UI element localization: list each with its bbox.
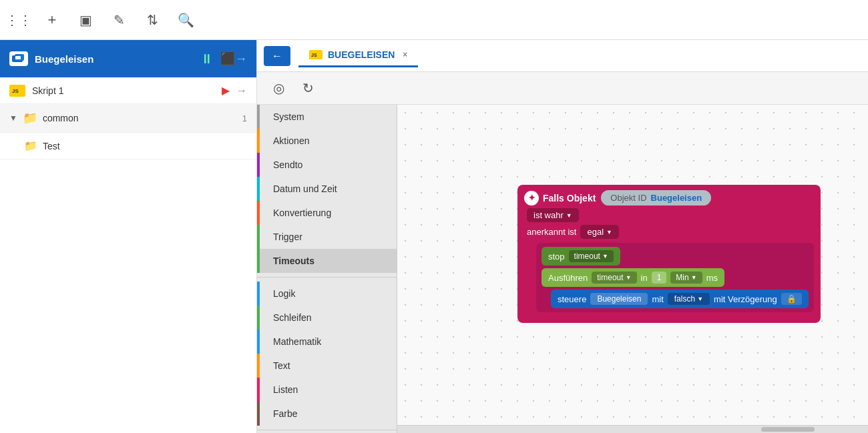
chevron-down-icon: ▼: [9, 113, 17, 123]
ausfuehren-chevron: ▼: [626, 274, 632, 281]
canvas-toolbar: ◎ ↻: [257, 72, 868, 105]
top-toolbar: ⋮⋮ + ▣ ✎ ⇅ 🔍: [0, 0, 868, 40]
refresh-button[interactable]: ↻: [297, 77, 318, 99]
menu-item-mathematik[interactable]: Mathematik: [257, 330, 397, 354]
steuere-block[interactable]: steuere Buegeleisen mit falsch ▼ mit Ver…: [551, 290, 809, 308]
stop-row: stop timeout ▼: [541, 247, 809, 266]
device-header: Buegeleisen ⏸ ⬛→: [0, 40, 256, 77]
menu-item-text[interactable]: Text: [257, 354, 397, 378]
script-item[interactable]: JS Skript 1 ▶ →: [0, 77, 256, 104]
subfolder-item[interactable]: 📁 Test: [0, 133, 256, 159]
sidebar: Buegeleisen ⏸ ⬛→ JS Skript 1 ▶ → ▼ 📁 com…: [0, 40, 257, 433]
ist-wahr-dropdown[interactable]: ist wahr ▼: [527, 208, 579, 222]
script-name: Skript 1: [32, 85, 215, 96]
sort-icon[interactable]: ⇅: [142, 9, 163, 31]
stop-chevron: ▼: [602, 253, 608, 260]
scrollbar-thumb[interactable]: [761, 427, 815, 432]
anerkannt-ist-label: anerkannt ist: [527, 227, 576, 237]
search-icon[interactable]: 🔍: [175, 9, 196, 31]
ausfuehren-block[interactable]: Ausführen timeout ▼ in 1 Min: [541, 268, 724, 287]
file-icon[interactable]: ▣: [75, 9, 96, 31]
verzoegerung-value[interactable]: 🔒: [781, 293, 802, 305]
back-button[interactable]: ←: [264, 46, 290, 66]
svg-text:JS: JS: [311, 53, 317, 57]
export-device-button[interactable]: ⬛→: [220, 51, 247, 67]
menu-item-konvertierung[interactable]: Konvertierung: [257, 201, 397, 225]
menu-item-listen[interactable]: Listen: [257, 378, 397, 402]
ausfuehren-timeout-label: timeout: [597, 273, 623, 282]
block-category-menu: System Aktionen Sendto Datum und Zeit Ko…: [257, 105, 397, 433]
stop-block[interactable]: stop timeout ▼: [541, 247, 620, 266]
canvas-horizontal-scrollbar[interactable]: [397, 425, 868, 433]
script-export-button[interactable]: →: [236, 85, 247, 97]
falls-icon: ✦: [524, 191, 539, 205]
egal-chevron: ▼: [606, 229, 612, 236]
falls-label: Falls Objekt: [543, 193, 596, 203]
ausfuehren-row: Ausführen timeout ▼ in 1 Min: [541, 268, 809, 287]
folder-name: common: [43, 113, 237, 123]
scenario-block: ✦ Falls Objekt Objekt ID Buegeleisen: [517, 185, 821, 323]
folder-icon: 📁: [23, 111, 37, 125]
pause-button[interactable]: ⏸: [200, 51, 214, 67]
menu-separator-2: [257, 430, 397, 430]
falsch-dropdown[interactable]: falsch ▼: [668, 293, 710, 305]
menu-separator-1: [257, 277, 397, 278]
steuere-row: steuere Buegeleisen mit falsch ▼ mit Ver…: [541, 290, 809, 308]
menu-item-timeouts[interactable]: Timeouts: [257, 249, 397, 273]
steuere-mit-label: mit: [652, 294, 663, 304]
canvas-container: System Aktionen Sendto Datum und Zeit Ko…: [257, 105, 868, 433]
steuere-label: steuere: [558, 294, 586, 304]
min-dropdown[interactable]: Min ▼: [670, 272, 702, 284]
subfolder-name: Test: [43, 141, 60, 151]
content-area: ← JS BUEGELEISEN × ◎ ↻ System Aktionen S…: [257, 40, 868, 433]
ausfuehren-timeout-dropdown[interactable]: timeout ▼: [592, 272, 636, 284]
drag-icon: ⋮⋮: [8, 9, 29, 31]
add-icon[interactable]: +: [41, 9, 63, 31]
tab-label: BUEGELEISEN: [328, 49, 395, 60]
ist-wahr-chevron: ▼: [566, 212, 572, 219]
menu-item-trigger[interactable]: Trigger: [257, 225, 397, 249]
stop-label: stop: [548, 252, 565, 262]
edit-icon[interactable]: ✎: [108, 9, 130, 31]
stop-timeout-dropdown[interactable]: timeout ▼: [569, 250, 614, 262]
falls-objekt-block[interactable]: ✦ Falls Objekt Objekt ID Buegeleisen: [517, 185, 821, 323]
script-run-button[interactable]: ▶: [222, 84, 230, 97]
mit-verzoegerung-label: mit Verzögerung: [714, 294, 777, 304]
egal-label: egal: [587, 227, 604, 237]
folder-section[interactable]: ▼ 📁 common 1: [0, 104, 256, 133]
target-button[interactable]: ◎: [268, 77, 289, 99]
tab-icon: JS: [309, 50, 322, 59]
block-bottom-notch: [524, 316, 618, 323]
tab-bar: ← JS BUEGELEISEN ×: [257, 40, 868, 72]
menu-item-farbe[interactable]: Farbe: [257, 402, 397, 426]
value-1[interactable]: 1: [652, 272, 667, 284]
inner-section: stop timeout ▼ Ausführen: [536, 243, 814, 312]
min-label: Min: [676, 273, 688, 282]
falsch-label: falsch: [674, 294, 695, 304]
main-layout: Buegeleisen ⏸ ⬛→ JS Skript 1 ▶ → ▼ 📁 com…: [0, 40, 868, 433]
falls-row-2: ist wahr ▼: [524, 208, 814, 222]
objekt-id-chip: Objekt ID Buegeleisen: [601, 190, 711, 205]
menu-item-schleifen[interactable]: Schleifen: [257, 306, 397, 330]
ausfuehren-label: Ausführen: [548, 273, 588, 283]
blockly-canvas[interactable]: ✦ Falls Objekt Objekt ID Buegeleisen: [397, 105, 868, 433]
falls-row-1: ✦ Falls Objekt Objekt ID Buegeleisen: [524, 190, 814, 205]
tab-buegeleisen[interactable]: JS BUEGELEISEN ×: [298, 44, 418, 67]
objekt-id-label: Objekt ID: [610, 193, 646, 203]
menu-item-datum-zeit[interactable]: Datum und Zeit: [257, 177, 397, 201]
svg-text:JS: JS: [12, 88, 19, 94]
script-icon: JS: [9, 85, 25, 97]
svg-rect-2: [15, 56, 21, 59]
menu-item-logik[interactable]: Logik: [257, 282, 397, 306]
menu-item-aktionen[interactable]: Aktionen: [257, 129, 397, 153]
device-name: Buegeleisen: [35, 53, 194, 65]
subfolder-icon: 📁: [24, 139, 37, 152]
folder-count: 1: [242, 113, 247, 123]
device-icon: [9, 51, 28, 66]
menu-item-system[interactable]: System: [257, 105, 397, 129]
menu-item-sendto[interactable]: Sendto: [257, 153, 397, 177]
tab-close-button[interactable]: ×: [403, 50, 407, 59]
steuere-device-value: Buegeleisen: [590, 293, 648, 305]
objekt-id-value: Buegeleisen: [651, 193, 702, 203]
egal-dropdown[interactable]: egal ▼: [580, 225, 619, 239]
